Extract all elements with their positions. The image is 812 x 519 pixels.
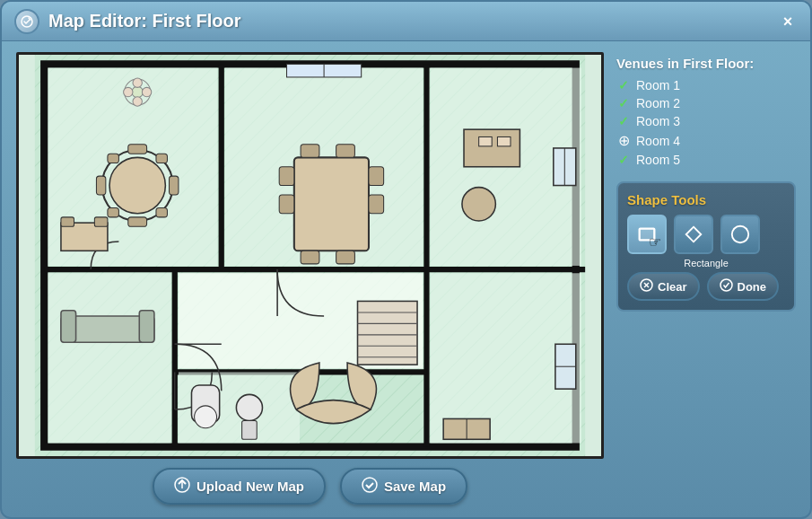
svg-rect-65 bbox=[94, 217, 108, 226]
svg-point-56 bbox=[195, 406, 217, 428]
dialog-title: Map Editor: First Floor bbox=[48, 11, 778, 31]
svg-rect-22 bbox=[96, 176, 105, 195]
active-shape-label: Rectangle bbox=[627, 258, 785, 268]
venue-item-room2[interactable]: ✓ Room 2 bbox=[616, 94, 796, 112]
map-canvas[interactable] bbox=[16, 52, 604, 459]
svg-rect-20 bbox=[128, 145, 147, 154]
clear-label: Clear bbox=[658, 280, 687, 294]
venue-name-room1: Room 1 bbox=[636, 78, 680, 92]
title-icon bbox=[14, 9, 39, 34]
svg-rect-39 bbox=[336, 145, 355, 158]
svg-rect-24 bbox=[108, 154, 118, 163]
svg-rect-26 bbox=[108, 207, 118, 216]
svg-rect-64 bbox=[61, 217, 74, 226]
ellipse-tool-button[interactable] bbox=[720, 215, 760, 254]
right-panel: Venues in First Floor: ✓ Room 1 ✓ Room 2… bbox=[616, 52, 796, 508]
content-area: Upload New Map Save Map Venues in First bbox=[2, 41, 810, 517]
done-button[interactable]: Done bbox=[707, 272, 780, 301]
svg-rect-25 bbox=[156, 154, 167, 163]
svg-rect-46 bbox=[464, 129, 520, 167]
svg-rect-43 bbox=[279, 195, 294, 214]
venue-check-room5: ✓ bbox=[616, 153, 631, 167]
save-map-button[interactable]: Save Map bbox=[340, 468, 467, 505]
venue-check-room2: ✓ bbox=[616, 96, 631, 110]
svg-point-75 bbox=[362, 478, 377, 492]
save-map-label: Save Map bbox=[384, 479, 446, 494]
svg-point-82 bbox=[720, 279, 732, 291]
venue-check-room1: ✓ bbox=[616, 78, 631, 92]
svg-point-30 bbox=[133, 78, 142, 87]
svg-marker-77 bbox=[686, 227, 702, 242]
venue-item-room4[interactable]: ⊕ Room 4 bbox=[616, 130, 796, 151]
shape-tools-title: Shape Tools bbox=[627, 192, 785, 207]
rectangle-tool-button[interactable]: ☞ bbox=[627, 215, 667, 254]
svg-point-19 bbox=[109, 157, 165, 213]
svg-point-78 bbox=[732, 226, 748, 242]
svg-rect-45 bbox=[369, 195, 384, 214]
svg-rect-48 bbox=[497, 136, 511, 145]
venue-item-room5[interactable]: ✓ Room 5 bbox=[616, 151, 796, 169]
done-label: Done bbox=[738, 280, 767, 294]
svg-rect-14 bbox=[48, 273, 170, 443]
upload-map-button[interactable]: Upload New Map bbox=[153, 468, 326, 505]
svg-point-57 bbox=[236, 394, 262, 420]
svg-rect-40 bbox=[301, 251, 319, 264]
svg-rect-38 bbox=[301, 145, 319, 158]
svg-point-49 bbox=[462, 188, 495, 221]
done-icon bbox=[720, 278, 733, 295]
venue-check-room3: ✓ bbox=[616, 114, 631, 128]
clear-icon bbox=[640, 278, 653, 295]
map-container: Upload New Map Save Map bbox=[16, 52, 604, 508]
shape-tools-panel: Shape Tools ☞ bbox=[616, 181, 796, 312]
diamond-tool-button[interactable] bbox=[674, 215, 713, 254]
svg-rect-66 bbox=[358, 301, 418, 365]
shape-icons-row: ☞ bbox=[627, 215, 785, 254]
svg-rect-44 bbox=[369, 167, 384, 186]
upload-map-label: Upload New Map bbox=[196, 479, 304, 494]
venue-name-room2: Room 2 bbox=[636, 96, 680, 110]
shape-action-row: Clear Done bbox=[627, 272, 785, 301]
svg-rect-37 bbox=[294, 157, 369, 251]
map-buttons: Upload New Map Save Map bbox=[16, 468, 604, 508]
svg-rect-58 bbox=[242, 420, 258, 439]
svg-rect-41 bbox=[336, 251, 355, 264]
svg-rect-27 bbox=[156, 207, 167, 216]
venues-title: Venues in First Floor: bbox=[616, 56, 796, 71]
svg-point-29 bbox=[132, 86, 143, 97]
svg-rect-47 bbox=[479, 136, 493, 145]
venue-add-room4: ⊕ bbox=[616, 132, 631, 149]
save-icon bbox=[362, 477, 378, 496]
svg-point-31 bbox=[133, 97, 142, 106]
venue-name-room3: Room 3 bbox=[636, 114, 680, 128]
svg-point-32 bbox=[124, 87, 133, 96]
venue-item-room3[interactable]: ✓ Room 3 bbox=[616, 112, 796, 130]
svg-point-33 bbox=[142, 87, 151, 96]
svg-rect-23 bbox=[170, 176, 179, 195]
svg-rect-42 bbox=[279, 167, 294, 186]
map-editor-dialog: Map Editor: First Floor × bbox=[0, 0, 812, 519]
upload-icon bbox=[174, 477, 190, 496]
cursor-hand-icon: ☞ bbox=[649, 233, 661, 251]
svg-rect-36 bbox=[139, 311, 154, 342]
close-button[interactable]: × bbox=[778, 12, 798, 31]
svg-rect-35 bbox=[61, 311, 76, 342]
svg-rect-21 bbox=[128, 217, 147, 226]
venue-item-room1[interactable]: ✓ Room 1 bbox=[616, 76, 796, 94]
venues-section: Venues in First Floor: ✓ Room 1 ✓ Room 2… bbox=[616, 56, 796, 169]
clear-button[interactable]: Clear bbox=[627, 272, 700, 301]
venue-name-room5: Room 5 bbox=[636, 153, 680, 167]
title-bar: Map Editor: First Floor × bbox=[2, 2, 810, 41]
venue-name-room4: Room 4 bbox=[636, 134, 680, 148]
